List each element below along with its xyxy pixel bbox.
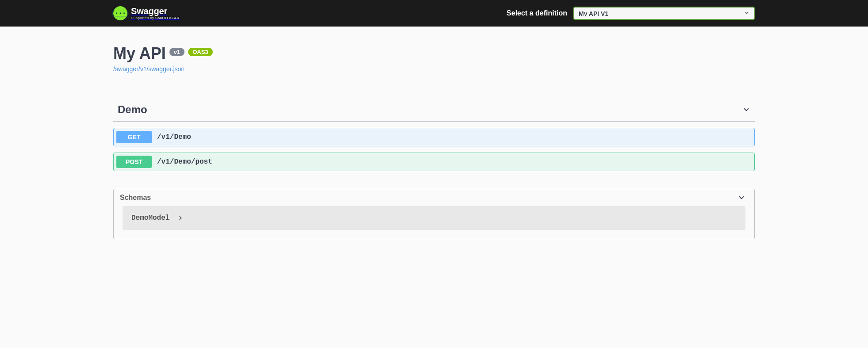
logo-text-group: Swagger Supported by SMARTBEAR — [131, 7, 180, 20]
tag-section: Demo GET /v1/Demo POST /v1/Demo/post — [113, 99, 755, 171]
api-title: My API — [113, 44, 166, 63]
definition-select[interactable]: My API V1 — [573, 7, 755, 20]
tag-name: Demo — [118, 103, 147, 116]
chevron-right-icon — [177, 214, 184, 222]
operation-path: /v1/Demo/post — [157, 158, 212, 166]
chevron-down-icon — [737, 194, 745, 202]
logo-subtext-brand: SMARTBEAR — [155, 16, 180, 20]
schema-name: DemoModel — [131, 214, 169, 222]
chevron-down-icon — [742, 106, 750, 114]
operation-get-demo[interactable]: GET /v1/Demo — [113, 128, 755, 146]
main-container: My API v1 OAS3 /swagger/v1/swagger.json … — [104, 27, 764, 266]
version-badge: v1 — [169, 48, 184, 56]
operations-list: GET /v1/Demo POST /v1/Demo/post — [113, 128, 755, 171]
schemas-title: Schemas — [120, 194, 151, 202]
api-info: My API v1 OAS3 /swagger/v1/swagger.json — [113, 44, 755, 73]
logo-text: Swagger — [131, 7, 180, 15]
schemas-body: DemoModel — [114, 206, 754, 239]
logo-subtext-prefix: Supported by — [131, 16, 155, 20]
definition-selector-label: Select a definition — [507, 9, 567, 17]
swagger-logo-link[interactable]: {···} Swagger Supported by SMARTBEAR — [113, 6, 180, 20]
schema-row[interactable]: DemoModel — [123, 206, 745, 230]
operation-post-demo[interactable]: POST /v1/Demo/post — [113, 153, 755, 171]
tag-header[interactable]: Demo — [113, 99, 755, 122]
definition-selector-wrap: Select a definition My API V1 — [507, 7, 755, 20]
logo-subtext: Supported by SMARTBEAR — [131, 16, 180, 20]
http-method-badge: POST — [116, 156, 152, 168]
topbar-inner: {···} Swagger Supported by SMARTBEAR Sel… — [104, 6, 764, 20]
schemas-section: Schemas DemoModel — [113, 189, 755, 239]
definition-selector: My API V1 — [573, 7, 755, 20]
http-method-badge: GET — [116, 131, 152, 143]
api-info-header: My API v1 OAS3 — [113, 44, 755, 63]
oas-badge: OAS3 — [188, 48, 212, 56]
operation-path: /v1/Demo — [157, 133, 191, 141]
swagger-logo-icon: {···} — [113, 6, 127, 20]
schemas-header[interactable]: Schemas — [114, 189, 754, 206]
topbar: {···} Swagger Supported by SMARTBEAR Sel… — [0, 0, 868, 27]
spec-url-link[interactable]: /swagger/v1/swagger.json — [113, 65, 755, 73]
